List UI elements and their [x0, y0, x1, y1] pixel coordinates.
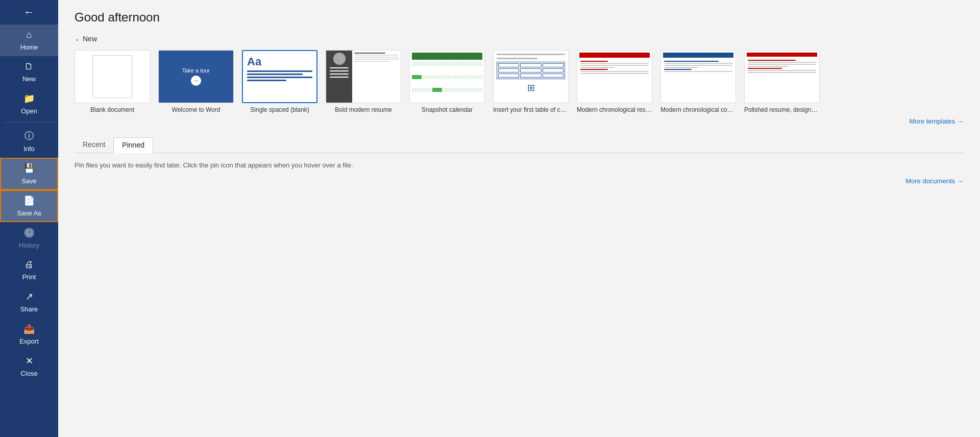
cal-cell — [473, 88, 482, 92]
template-snapshot-cal[interactable]: Snapshot calendar — [409, 50, 485, 113]
cal-cell — [432, 75, 442, 79]
template-label-bold-resume: Bold modern resume — [335, 106, 391, 113]
new-icon: 🗋 — [24, 61, 34, 72]
template-label-blank: Blank document — [90, 106, 134, 113]
new-section-header[interactable]: ⌄ New — [75, 35, 964, 43]
template-label-insert-table: Insert your first table of cont... — [493, 106, 569, 113]
chevron-icon: ⌄ — [75, 35, 80, 42]
resume-left-panel — [326, 51, 352, 103]
resume-left-line — [330, 74, 349, 75]
template-insert-table[interactable]: ⊞ Insert your first table of cont... — [493, 50, 569, 113]
more-documents-link[interactable]: More documents → — [75, 177, 964, 185]
tab-recent-label: Recent — [83, 140, 105, 149]
sidebar-item-save-as[interactable]: 📄 Save As — [0, 190, 58, 222]
cal-cell — [473, 62, 482, 66]
print-icon: 🖨 — [24, 259, 34, 270]
sidebar-item-open[interactable]: 📁 Open — [0, 88, 58, 120]
cal-cell — [452, 75, 462, 79]
cal-cell — [422, 88, 432, 92]
template-thumb-mod-chron-cover — [660, 50, 736, 103]
single-spaced-inner: Aa — [243, 51, 316, 102]
mod-line — [664, 61, 719, 62]
sidebar-item-save[interactable]: 💾 Save — [0, 158, 58, 190]
bold-resume-inner — [326, 51, 401, 103]
ss-line — [247, 80, 286, 81]
template-mod-chron[interactable]: Modern chronological resume — [577, 50, 652, 113]
cal-cell — [412, 62, 422, 66]
cal-cell — [432, 88, 442, 92]
more-templates-link[interactable]: More templates → — [75, 117, 964, 125]
welcome-thumb-inner: Take a tour → — [159, 51, 233, 103]
export-icon: 📤 — [23, 323, 35, 334]
template-welcome[interactable]: Take a tour → Welcome to Word — [158, 50, 234, 113]
sidebar-item-home[interactable]: ⌂ Home — [0, 25, 58, 56]
mod-line — [748, 68, 782, 69]
sidebar-item-label: Print — [22, 273, 36, 281]
mod-line — [664, 71, 732, 72]
resume-left-line — [330, 67, 349, 68]
mini-table — [497, 62, 565, 79]
back-button[interactable]: ← — [0, 0, 58, 25]
mod-line — [664, 63, 732, 64]
cal-cell — [412, 75, 422, 79]
mod-line — [664, 65, 732, 66]
mod-resume-inner — [577, 51, 652, 103]
sidebar-item-share[interactable]: ↗ Share — [0, 286, 58, 318]
sidebar-item-print[interactable]: 🖨 Print — [0, 254, 58, 286]
sidebar-item-label: Close — [20, 370, 37, 377]
mod-line — [580, 69, 608, 70]
sidebar-item-label: Save — [21, 177, 37, 185]
cal-cell — [462, 88, 472, 92]
sidebar-item-info[interactable]: ⓘ Info — [0, 125, 58, 158]
template-mod-chron-cover[interactable]: Modern chronological cover... — [660, 50, 736, 113]
info-icon: ⓘ — [24, 130, 34, 142]
template-label-polished-resume: Polished resume, designed b... — [744, 106, 820, 113]
cal-cell — [422, 75, 432, 79]
tab-recent[interactable]: Recent — [75, 137, 113, 153]
template-blank[interactable]: Blank document — [75, 50, 150, 113]
blank-doc-shape — [92, 55, 132, 98]
mod-line — [748, 64, 816, 65]
greeting-text: Good afternoon — [75, 10, 964, 25]
sidebar-item-label: Info — [23, 145, 35, 153]
resume-right-line — [354, 59, 399, 60]
mod-line — [748, 62, 816, 63]
tab-pinned[interactable]: Pinned — [113, 137, 153, 153]
sidebar-item-label: Share — [20, 305, 38, 313]
template-thumb-snapshot-cal — [409, 50, 485, 103]
mod-cover-header — [663, 53, 733, 58]
mod-line — [748, 72, 816, 73]
main-content: Good afternoon ⌄ New Blank document Take… — [58, 0, 980, 437]
sidebar-item-export[interactable]: 📤 Export — [0, 318, 58, 350]
close-icon: ✕ — [26, 355, 33, 367]
more-templates-label: More templates — [909, 117, 955, 125]
history-icon: 🕐 — [23, 227, 35, 238]
mod-line — [664, 67, 698, 68]
ss-line — [247, 74, 303, 75]
mod-lines — [579, 60, 650, 75]
cal-cell — [422, 62, 432, 66]
table-inner: ⊞ — [494, 51, 568, 103]
mod-line — [580, 73, 649, 74]
sidebar-item-history: 🕐 History — [0, 222, 58, 254]
template-bold-resume[interactable]: Bold modern resume — [326, 50, 401, 113]
template-thumb-polished-resume — [744, 50, 820, 103]
sidebar-item-label: New — [22, 75, 36, 83]
mod-line — [664, 69, 692, 70]
take-a-tour-text: Take a tour — [182, 67, 210, 74]
cal-cell — [443, 62, 452, 66]
save-icon: 💾 — [23, 163, 35, 174]
sidebar-item-close[interactable]: ✕ Close — [0, 350, 58, 382]
template-thumb-mod-chron — [577, 50, 652, 103]
cal-cell — [473, 75, 482, 79]
template-thumb-welcome: Take a tour → — [158, 50, 234, 103]
polished-lines — [747, 59, 817, 74]
table-text-line — [497, 58, 537, 59]
mod-line — [748, 60, 796, 61]
template-single-spaced[interactable]: Aa Single spaced (blank) — [242, 50, 317, 113]
mod-cover-lines — [663, 60, 733, 73]
template-polished-resume[interactable]: Polished resume, designed b... — [744, 50, 820, 113]
polished-header — [747, 53, 817, 57]
sidebar-item-new[interactable]: 🗋 New — [0, 56, 58, 88]
sidebar: ← ⌂ Home 🗋 New 📁 Open ⓘ Info 💾 Save 📄 Sa… — [0, 0, 58, 437]
